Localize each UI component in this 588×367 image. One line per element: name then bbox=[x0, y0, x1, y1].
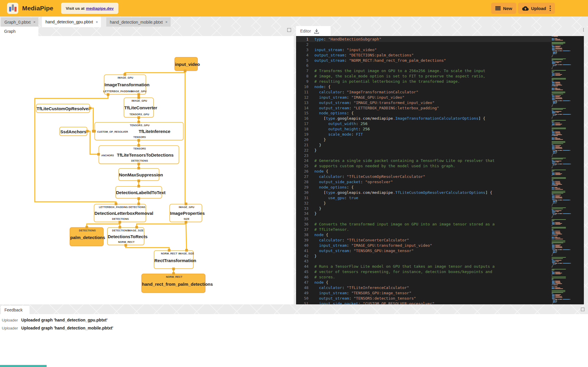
minimap-line bbox=[551, 202, 576, 202]
line-number: 17 bbox=[296, 121, 308, 126]
line-number: 11 bbox=[296, 90, 308, 95]
line-number: 27 bbox=[296, 174, 308, 179]
new-button[interactable]: New bbox=[491, 3, 516, 14]
graph-node-TfLiteTensorsToDetections[interactable]: TENSORSDETECTIONSANCHORSTfLiteTensorsToD… bbox=[99, 145, 179, 164]
minimap-line bbox=[551, 59, 576, 60]
graph-node-ImageTransformation[interactable]: IMAGE_GPULETTERBOX_PADDINGIMAGE_GPUImage… bbox=[104, 74, 146, 95]
graph-node-DetectionsToRects[interactable]: DETECTIONSIMAGE_SIZENORM_RECTDetectionsT… bbox=[107, 227, 144, 245]
graph-node-ImageProperties[interactable]: IMAGE_GPUSIZEImageProperties bbox=[169, 204, 202, 222]
minimap-line bbox=[551, 209, 576, 209]
minimap-line bbox=[551, 68, 576, 69]
minimap-line bbox=[551, 191, 576, 191]
tab-feedback[interactable]: Feedback bbox=[1, 306, 30, 314]
download-icon[interactable] bbox=[314, 29, 319, 34]
minimap-line bbox=[551, 114, 576, 115]
minimap-line bbox=[551, 37, 576, 38]
code-line-16: 16[type.googleapis.com/mediapipe.ImageTr… bbox=[296, 116, 551, 121]
feedback-maximize-icon[interactable] bbox=[581, 308, 584, 311]
minimap-line bbox=[551, 226, 576, 227]
graph-node-NonMaxSuppression[interactable]: NonMaxSuppression bbox=[118, 168, 159, 181]
close-tab-icon[interactable]: × bbox=[165, 20, 168, 24]
graph-node-RectTransformation[interactable]: NORM_RECTIMAGE_SIZERectTransformation bbox=[154, 250, 194, 269]
minimap-line bbox=[551, 225, 576, 226]
minimap-line bbox=[551, 278, 576, 278]
minimap-line bbox=[551, 204, 576, 205]
port-label-DETECTIONS: DETECTIONS bbox=[129, 206, 146, 209]
code-line-35: 35 bbox=[296, 216, 551, 222]
line-number: 16 bbox=[296, 116, 308, 121]
node-label: TfLiteCustomOpResolver bbox=[37, 106, 89, 111]
tab-graph[interactable]: Graph bbox=[0, 27, 38, 36]
file-tab-hand_detection_mobile.pbtxt[interactable]: hand_detection_mobile.pbtxt× bbox=[106, 17, 171, 27]
line-number: 40 bbox=[296, 243, 308, 248]
minimap-line bbox=[551, 148, 576, 149]
graph-node-hand_rect_from_palm_detections[interactable]: NORM_RECThand_rect_from_palm_detections bbox=[141, 274, 205, 293]
visit-text: Visit us at bbox=[66, 6, 85, 11]
minimap-line bbox=[551, 52, 576, 52]
graph-edge bbox=[87, 224, 120, 227]
line-number: 41 bbox=[296, 248, 308, 254]
minimap-line bbox=[551, 288, 576, 289]
graph-maximize-icon[interactable] bbox=[287, 28, 291, 32]
minimap-line bbox=[551, 178, 576, 179]
minimap-line bbox=[551, 241, 576, 241]
file-tab-bar: Graph_0.pbtxt×hand_detection_gpu.pbtxt×h… bbox=[0, 17, 588, 27]
more-options-icon[interactable] bbox=[550, 5, 551, 12]
minimap-line bbox=[551, 106, 576, 107]
editor-minimap[interactable] bbox=[551, 36, 576, 304]
tab-editor[interactable]: Editor bbox=[296, 26, 331, 36]
minimap-line bbox=[551, 74, 576, 75]
minimap-line bbox=[551, 116, 576, 116]
minimap-line bbox=[551, 212, 576, 213]
minimap-line bbox=[551, 252, 576, 253]
minimap-line bbox=[551, 36, 576, 37]
file-tab-hand_detection_gpu.pbtxt[interactable]: hand_detection_gpu.pbtxt× bbox=[42, 17, 101, 27]
code-editor[interactable]: 1type: "HandDetectionSubgraph"23input_st… bbox=[296, 36, 584, 304]
code-line-24: 24# Generates a single side packet conta… bbox=[296, 158, 551, 163]
graph-node-DetectionLabelIdToText[interactable]: DetectionLabelIdToText bbox=[115, 186, 162, 199]
minimap-line bbox=[551, 188, 576, 189]
minimap-line bbox=[551, 300, 576, 301]
minimap-line bbox=[551, 210, 576, 211]
file-tab-Graph_0.pbtxt[interactable]: Graph_0.pbtxt× bbox=[1, 17, 38, 27]
close-tab-icon[interactable]: × bbox=[96, 20, 98, 24]
port-label-CUSTOM_OP_RESOLVER: CUSTOM_OP_RESOLVER bbox=[97, 130, 128, 133]
graph-node-input_video[interactable]: input_video bbox=[174, 57, 198, 71]
minimap-line bbox=[551, 174, 576, 175]
line-number: 47 bbox=[296, 280, 308, 285]
code-line-34: 34} bbox=[296, 211, 551, 216]
minimap-line bbox=[551, 224, 576, 225]
minimap-line bbox=[551, 118, 576, 118]
file-tab-label: hand_detection_gpu.pbtxt bbox=[45, 20, 93, 24]
code-line-3: 3input_stream: "input_video" bbox=[296, 47, 551, 53]
graph-node-TfLiteCustomOpResolver[interactable]: TfLiteCustomOpResolver bbox=[36, 104, 90, 113]
minimap-line bbox=[551, 257, 576, 258]
node-label: ImageTransformation bbox=[104, 82, 146, 87]
minimap-line bbox=[551, 111, 576, 112]
minimap-line bbox=[551, 77, 576, 77]
mediapipe-dev-link[interactable]: mediapipe.dev bbox=[86, 6, 114, 11]
graph-edge bbox=[126, 245, 169, 250]
minimap-line bbox=[551, 101, 576, 102]
node-label: hand_rect_from_palm_detections bbox=[142, 282, 205, 287]
minimap-line bbox=[551, 182, 576, 183]
line-number: 5 bbox=[296, 58, 308, 63]
close-tab-icon[interactable]: × bbox=[33, 20, 36, 24]
graph-node-TfLiteInference[interactable]: TENSORS_GPUTENSORSCUSTOM_OP_RESOLVERTfLi… bbox=[94, 122, 184, 140]
minimap-line bbox=[551, 112, 576, 113]
line-number: 35 bbox=[296, 216, 308, 222]
graph-node-palm_detections[interactable]: DETECTIONSpalm_detections bbox=[70, 227, 104, 246]
graph-canvas[interactable]: input_videoIMAGE_GPULETTERBOX_PADDINGIMA… bbox=[0, 36, 294, 304]
graph-node-DetectionLetterboxRemoval[interactable]: LETTERBOX_PADDINGDETECTIONSDETECTIONSDet… bbox=[94, 204, 146, 222]
code-line-26: 26node { bbox=[296, 169, 551, 174]
graph-node-SsdAnchors[interactable]: SsdAnchors bbox=[59, 127, 87, 136]
upload-button[interactable]: Upload bbox=[518, 3, 555, 14]
graph-node-TfLiteConverter[interactable]: IMAGE_GPUTENSORS_GPUTfLiteConverter bbox=[124, 98, 154, 118]
node-label: SsdAnchors bbox=[60, 129, 87, 134]
feedback-message: Uploaded graph 'hand_detection_gpu.pbtxt… bbox=[20, 318, 107, 322]
app-header: MediaPipe Visit us at mediapipe.dev New … bbox=[0, 0, 588, 17]
minimap-line bbox=[551, 293, 576, 294]
minimap-line bbox=[551, 69, 576, 70]
minimap-line bbox=[551, 231, 576, 231]
minimap-line bbox=[551, 274, 576, 274]
